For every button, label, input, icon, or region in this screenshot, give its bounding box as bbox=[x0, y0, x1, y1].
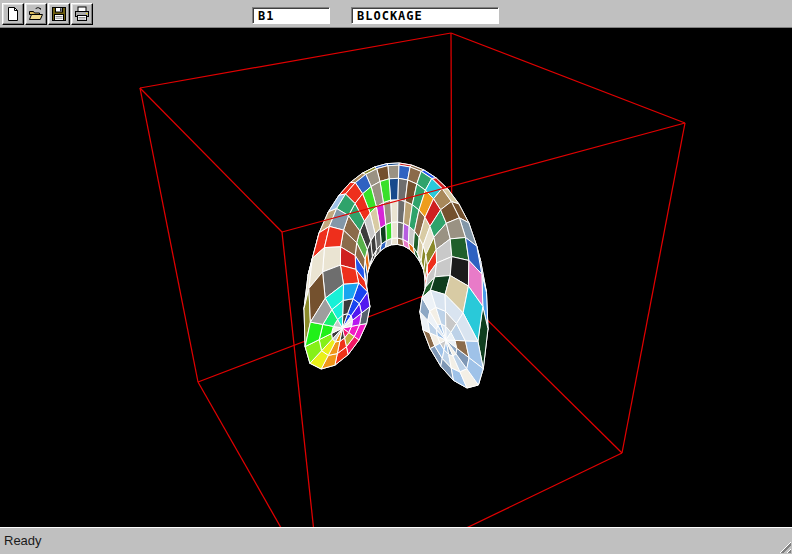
save-floppy-icon bbox=[51, 6, 67, 22]
new-button[interactable] bbox=[2, 3, 24, 25]
blockage-object bbox=[304, 163, 488, 388]
print-button[interactable] bbox=[71, 3, 93, 25]
printer-icon bbox=[74, 6, 90, 22]
object-type-field[interactable] bbox=[351, 7, 499, 24]
save-button[interactable] bbox=[48, 3, 70, 25]
viewport bbox=[0, 28, 792, 527]
resize-grip[interactable] bbox=[778, 540, 791, 553]
viewport-canvas[interactable] bbox=[0, 28, 792, 527]
status-text: Ready bbox=[4, 533, 42, 548]
open-button[interactable] bbox=[25, 3, 47, 25]
wireframe-domain-box-back bbox=[140, 33, 685, 527]
open-folder-icon bbox=[28, 6, 44, 22]
statusbar: Ready bbox=[0, 527, 792, 554]
object-name-field[interactable] bbox=[252, 7, 330, 24]
new-document-icon bbox=[5, 6, 21, 22]
toolbar bbox=[0, 0, 792, 28]
wireframe-domain-box-front bbox=[140, 88, 685, 527]
